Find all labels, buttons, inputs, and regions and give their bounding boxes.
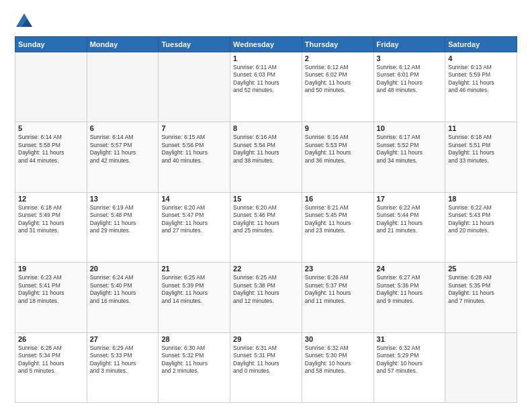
cell-info: Sunrise: 6:25 AM Sunset: 5:38 PM Dayligh… — [233, 274, 299, 305]
calendar-cell: 28Sunrise: 6:30 AM Sunset: 5:32 PM Dayli… — [159, 332, 230, 402]
day-number: 7 — [161, 124, 227, 132]
cell-info: Sunrise: 6:18 AM Sunset: 5:49 PM Dayligh… — [18, 204, 84, 235]
day-number: 1 — [233, 54, 299, 62]
cell-info: Sunrise: 6:12 AM Sunset: 6:01 PM Dayligh… — [377, 64, 443, 95]
day-number: 5 — [18, 124, 84, 132]
calendar-cell: 27Sunrise: 6:29 AM Sunset: 5:33 PM Dayli… — [87, 332, 159, 402]
day-number: 2 — [305, 54, 371, 62]
cell-info: Sunrise: 6:12 AM Sunset: 6:02 PM Dayligh… — [305, 64, 371, 95]
calendar-cell: 4Sunrise: 6:13 AM Sunset: 5:59 PM Daylig… — [445, 52, 517, 122]
day-number: 29 — [233, 335, 299, 343]
cell-info: Sunrise: 6:22 AM Sunset: 5:44 PM Dayligh… — [377, 204, 443, 235]
calendar-week-row: 12Sunrise: 6:18 AM Sunset: 5:49 PM Dayli… — [15, 192, 517, 262]
cell-info: Sunrise: 6:32 AM Sunset: 5:29 PM Dayligh… — [377, 345, 443, 375]
calendar-cell: 7Sunrise: 6:15 AM Sunset: 5:56 PM Daylig… — [159, 122, 230, 192]
day-number: 25 — [448, 265, 514, 273]
calendar-cell: 11Sunrise: 6:18 AM Sunset: 5:51 PM Dayli… — [445, 122, 517, 192]
cell-info: Sunrise: 6:23 AM Sunset: 5:41 PM Dayligh… — [18, 274, 84, 305]
cell-info: Sunrise: 6:22 AM Sunset: 5:43 PM Dayligh… — [448, 204, 514, 235]
calendar-cell: 10Sunrise: 6:17 AM Sunset: 5:52 PM Dayli… — [373, 122, 445, 192]
cell-info: Sunrise: 6:24 AM Sunset: 5:40 PM Dayligh… — [90, 274, 156, 305]
weekday-header-friday: Friday — [373, 37, 445, 52]
calendar-cell: 3Sunrise: 6:12 AM Sunset: 6:01 PM Daylig… — [373, 52, 445, 122]
calendar-week-row: 1Sunrise: 6:11 AM Sunset: 6:03 PM Daylig… — [15, 52, 517, 122]
day-number: 31 — [377, 335, 443, 343]
cell-info: Sunrise: 6:28 AM Sunset: 5:34 PM Dayligh… — [18, 345, 84, 375]
calendar-cell: 20Sunrise: 6:24 AM Sunset: 5:40 PM Dayli… — [87, 263, 159, 332]
calendar-cell: 19Sunrise: 6:23 AM Sunset: 5:41 PM Dayli… — [15, 263, 87, 332]
logo — [15, 12, 36, 31]
day-number: 4 — [448, 54, 514, 62]
weekday-header-thursday: Thursday — [302, 37, 373, 52]
calendar-cell: 29Sunrise: 6:31 AM Sunset: 5:31 PM Dayli… — [230, 332, 302, 402]
day-number: 23 — [305, 265, 371, 273]
day-number: 13 — [90, 195, 156, 203]
cell-info: Sunrise: 6:19 AM Sunset: 5:48 PM Dayligh… — [90, 204, 156, 235]
weekday-header-wednesday: Wednesday — [230, 37, 302, 52]
day-number: 8 — [233, 124, 299, 132]
day-number: 18 — [448, 195, 514, 203]
cell-info: Sunrise: 6:11 AM Sunset: 6:03 PM Dayligh… — [233, 64, 299, 95]
cell-info: Sunrise: 6:27 AM Sunset: 5:36 PM Dayligh… — [377, 274, 443, 305]
day-number: 16 — [305, 195, 371, 203]
weekday-header-monday: Monday — [87, 37, 159, 52]
calendar-cell: 9Sunrise: 6:16 AM Sunset: 5:53 PM Daylig… — [302, 122, 373, 192]
calendar-cell: 31Sunrise: 6:32 AM Sunset: 5:29 PM Dayli… — [373, 332, 445, 402]
cell-info: Sunrise: 6:16 AM Sunset: 5:54 PM Dayligh… — [233, 134, 299, 165]
calendar-week-row: 19Sunrise: 6:23 AM Sunset: 5:41 PM Dayli… — [15, 263, 517, 332]
calendar-cell: 15Sunrise: 6:20 AM Sunset: 5:46 PM Dayli… — [230, 192, 302, 262]
logo-icon — [15, 12, 34, 31]
day-number: 14 — [161, 195, 227, 203]
calendar-cell — [445, 332, 517, 402]
day-number: 28 — [161, 335, 227, 343]
cell-info: Sunrise: 6:26 AM Sunset: 5:37 PM Dayligh… — [305, 274, 371, 305]
page: SundayMondayTuesdayWednesdayThursdayFrid… — [0, 0, 532, 411]
calendar-week-row: 26Sunrise: 6:28 AM Sunset: 5:34 PM Dayli… — [15, 332, 517, 402]
day-number: 26 — [18, 335, 84, 343]
day-number: 10 — [377, 124, 443, 132]
header — [15, 12, 517, 31]
cell-info: Sunrise: 6:20 AM Sunset: 5:47 PM Dayligh… — [161, 204, 227, 235]
calendar-cell: 13Sunrise: 6:19 AM Sunset: 5:48 PM Dayli… — [87, 192, 159, 262]
cell-info: Sunrise: 6:28 AM Sunset: 5:35 PM Dayligh… — [448, 274, 514, 305]
day-number: 15 — [233, 195, 299, 203]
cell-info: Sunrise: 6:17 AM Sunset: 5:52 PM Dayligh… — [377, 134, 443, 165]
day-number: 21 — [161, 265, 227, 273]
calendar-cell: 30Sunrise: 6:32 AM Sunset: 5:30 PM Dayli… — [302, 332, 373, 402]
day-number: 24 — [377, 265, 443, 273]
cell-info: Sunrise: 6:21 AM Sunset: 5:45 PM Dayligh… — [305, 204, 371, 235]
weekday-header-tuesday: Tuesday — [159, 37, 230, 52]
weekday-header-sunday: Sunday — [15, 37, 87, 52]
day-number: 20 — [90, 265, 156, 273]
cell-info: Sunrise: 6:29 AM Sunset: 5:33 PM Dayligh… — [90, 345, 156, 375]
calendar-cell: 12Sunrise: 6:18 AM Sunset: 5:49 PM Dayli… — [15, 192, 87, 262]
cell-info: Sunrise: 6:14 AM Sunset: 5:57 PM Dayligh… — [90, 134, 156, 165]
cell-info: Sunrise: 6:15 AM Sunset: 5:56 PM Dayligh… — [161, 134, 227, 165]
calendar-cell: 23Sunrise: 6:26 AM Sunset: 5:37 PM Dayli… — [302, 263, 373, 332]
calendar-cell — [159, 52, 230, 122]
calendar-cell: 26Sunrise: 6:28 AM Sunset: 5:34 PM Dayli… — [15, 332, 87, 402]
calendar-cell — [87, 52, 159, 122]
day-number: 3 — [377, 54, 443, 62]
day-number: 9 — [305, 124, 371, 132]
calendar-cell: 5Sunrise: 6:14 AM Sunset: 5:58 PM Daylig… — [15, 122, 87, 192]
cell-info: Sunrise: 6:14 AM Sunset: 5:58 PM Dayligh… — [18, 134, 84, 165]
calendar-cell: 6Sunrise: 6:14 AM Sunset: 5:57 PM Daylig… — [87, 122, 159, 192]
cell-info: Sunrise: 6:25 AM Sunset: 5:39 PM Dayligh… — [161, 274, 227, 305]
calendar-cell — [15, 52, 87, 122]
weekday-header-saturday: Saturday — [445, 37, 517, 52]
day-number: 17 — [377, 195, 443, 203]
calendar-cell: 25Sunrise: 6:28 AM Sunset: 5:35 PM Dayli… — [445, 263, 517, 332]
calendar-week-row: 5Sunrise: 6:14 AM Sunset: 5:58 PM Daylig… — [15, 122, 517, 192]
cell-info: Sunrise: 6:32 AM Sunset: 5:30 PM Dayligh… — [305, 345, 371, 375]
cell-info: Sunrise: 6:31 AM Sunset: 5:31 PM Dayligh… — [233, 345, 299, 375]
cell-info: Sunrise: 6:13 AM Sunset: 5:59 PM Dayligh… — [448, 64, 514, 95]
weekday-header-row: SundayMondayTuesdayWednesdayThursdayFrid… — [15, 37, 517, 52]
calendar-cell: 14Sunrise: 6:20 AM Sunset: 5:47 PM Dayli… — [159, 192, 230, 262]
day-number: 12 — [18, 195, 84, 203]
day-number: 11 — [448, 124, 514, 132]
cell-info: Sunrise: 6:16 AM Sunset: 5:53 PM Dayligh… — [305, 134, 371, 165]
calendar-cell: 8Sunrise: 6:16 AM Sunset: 5:54 PM Daylig… — [230, 122, 302, 192]
day-number: 27 — [90, 335, 156, 343]
day-number: 19 — [18, 265, 84, 273]
